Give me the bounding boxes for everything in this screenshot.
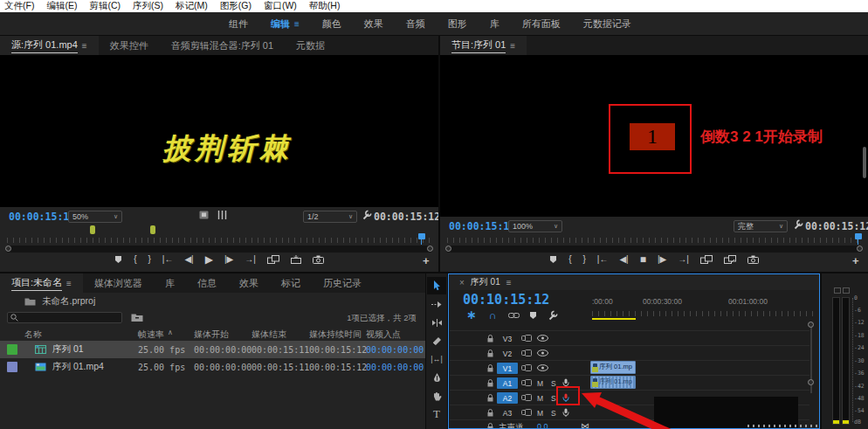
lock-icon[interactable] [487, 394, 493, 402]
timeline-tab-label[interactable]: 序列 01 [471, 276, 500, 288]
toggle-track-output-eye-icon[interactable] [537, 349, 548, 356]
track-target-v2[interactable]: V2 [497, 348, 518, 359]
track-target-v3[interactable]: V3 [497, 333, 518, 344]
stop-icon[interactable]: ■ [640, 254, 646, 265]
add-marker-icon[interactable] [114, 255, 122, 264]
track-target-a3[interactable]: A3 [497, 407, 518, 419]
lift-icon[interactable] [700, 255, 713, 264]
workspace-tab-all-panels[interactable]: 所有面板 [522, 17, 561, 31]
panel-menu-icon[interactable]: ≡ [506, 278, 512, 287]
workspace-tab-graphics[interactable]: 图形 [448, 17, 467, 31]
tab-media-browser[interactable]: 媒体浏览器 [83, 273, 154, 293]
column-header-fps[interactable]: 帧速率 ∧ [138, 329, 173, 341]
razor-tool[interactable] [427, 332, 446, 349]
source-playhead[interactable] [418, 233, 425, 239]
add-marker-icon[interactable] [529, 311, 537, 320]
workspace-tab-assembly[interactable]: 组件 [229, 17, 248, 31]
nest-sequence-icon[interactable]: ∗ [466, 308, 477, 322]
source-patch-icon[interactable] [521, 335, 532, 342]
mute-button[interactable]: M [537, 394, 543, 403]
go-to-out-icon[interactable]: →| [678, 255, 689, 264]
row-video-in[interactable]: 00:00:00:00 [366, 363, 424, 372]
panel-menu-icon[interactable]: ≡ [510, 41, 515, 51]
mark-in-icon[interactable]: { [134, 255, 136, 264]
track-select-tool[interactable] [427, 295, 446, 313]
column-header-video-in[interactable]: 视频入点 [366, 329, 401, 341]
tab-effect-controls[interactable]: 效果控件 [99, 36, 160, 55]
go-to-in-icon[interactable]: |← [162, 255, 174, 264]
column-header-media-start[interactable]: 媒体开始 [194, 329, 229, 341]
tab-history[interactable]: 历史记录 [312, 273, 373, 293]
menu-edit[interactable]: 编辑(E) [46, 0, 77, 12]
menu-file[interactable]: 文件(F) [4, 0, 34, 12]
lock-icon[interactable] [487, 349, 493, 357]
button-editor-icon[interactable]: + [423, 254, 430, 267]
timeline-audio-clip[interactable]: 序列 01.mp [590, 376, 636, 389]
source-resolution-select[interactable]: 1/2 ∨ [303, 211, 357, 223]
program-current-timecode[interactable]: 00:00:15:12 [449, 220, 515, 232]
source-patch-icon[interactable] [521, 394, 532, 401]
table-row-sequence[interactable]: 序列 01 25.00 fps 00:00:00:00 00:00:15:11 … [0, 341, 425, 358]
table-row-clip[interactable]: 序列 01.mp4 25.00 fps 00:00:00:00 00:00:15… [0, 358, 425, 376]
lock-icon[interactable] [487, 379, 493, 387]
menu-clip[interactable]: 剪辑(C) [89, 0, 121, 12]
solo-button[interactable]: S [551, 379, 556, 388]
tab-source[interactable]: 源:序列 01.mp4 ≡ [0, 36, 99, 55]
panel-menu-icon[interactable]: ≡ [66, 279, 72, 288]
lock-icon[interactable] [487, 364, 493, 372]
menu-graphics[interactable]: 图形(G) [220, 0, 251, 12]
insert-icon[interactable] [267, 255, 279, 264]
drag-video-audio-icon[interactable] [217, 211, 228, 219]
workspace-tab-metadata[interactable]: 元数据记录 [583, 17, 631, 31]
lock-icon[interactable] [487, 335, 493, 343]
tab-audio-clip-mixer[interactable]: 音频剪辑混合器:序列 01 [160, 36, 285, 55]
workspace-tab-editing[interactable]: 编辑 ≡ [271, 17, 300, 31]
row-video-in[interactable]: 00:00:00:00 [366, 345, 424, 355]
work-area-bar[interactable] [592, 318, 636, 320]
solo-button[interactable]: S [551, 394, 556, 403]
column-header-media-duration[interactable]: 媒体持续时间 [309, 329, 362, 341]
mute-button[interactable]: M [537, 379, 543, 388]
column-header-media-end[interactable]: 媒体结束 [251, 329, 286, 341]
source-patch-icon[interactable] [521, 379, 532, 386]
mark-out-icon[interactable]: } [148, 255, 150, 264]
timeline-ruler[interactable] [592, 311, 814, 316]
timeline-vertical-scrollbar[interactable] [810, 323, 812, 393]
timeline-settings-wrench-icon[interactable] [548, 310, 558, 321]
settings-wrench-icon[interactable] [362, 210, 372, 220]
bowtie-keyframe-icon[interactable]: ⋈ [581, 421, 589, 429]
new-bin-folder-icon[interactable] [131, 313, 143, 322]
linked-selection-icon[interactable] [508, 312, 520, 319]
mark-out-icon[interactable]: } [582, 255, 585, 264]
source-marker-in[interactable] [90, 225, 95, 234]
scrollbar-left-handle[interactable] [5, 246, 11, 252]
ripple-edit-tool[interactable] [427, 314, 446, 331]
source-patch-icon[interactable] [521, 364, 532, 371]
scrollbar-right-handle[interactable] [857, 246, 863, 252]
step-forward-icon[interactable]: |▶ [224, 255, 233, 264]
workspace-tab-effects[interactable]: 效果 [364, 17, 383, 31]
add-marker-icon[interactable] [549, 255, 557, 264]
source-patch-icon[interactable] [521, 409, 532, 416]
solo-button[interactable]: S [551, 409, 556, 418]
track-target-a1[interactable]: A1 [497, 377, 518, 389]
source-current-timecode[interactable]: 00:00:15:11 [9, 211, 75, 223]
program-time-ruler[interactable] [447, 238, 861, 243]
overwrite-icon[interactable] [291, 255, 301, 264]
track-target-v1[interactable]: V1 [497, 363, 518, 374]
timeline-playhead-timecode[interactable]: 00:10:15:12 [463, 292, 549, 308]
toggle-track-output-eye-icon[interactable] [537, 335, 548, 342]
mute-button[interactable]: M [537, 409, 543, 418]
label-color-swatch[interactable] [7, 344, 17, 355]
go-to-out-icon[interactable]: →| [245, 255, 256, 264]
export-frame-icon[interactable] [313, 255, 324, 264]
workspace-tab-audio[interactable]: 音频 [406, 17, 425, 31]
program-zoom-select[interactable]: 100% ∨ [508, 220, 562, 232]
safe-margins-icon[interactable] [199, 211, 209, 219]
selection-tool[interactable] [427, 277, 446, 294]
project-search-box[interactable] [7, 312, 122, 323]
program-playhead[interactable] [855, 233, 862, 239]
track-target-a2[interactable]: A2 [497, 392, 518, 404]
label-color-swatch[interactable] [7, 362, 17, 372]
hand-tool[interactable] [427, 387, 446, 405]
